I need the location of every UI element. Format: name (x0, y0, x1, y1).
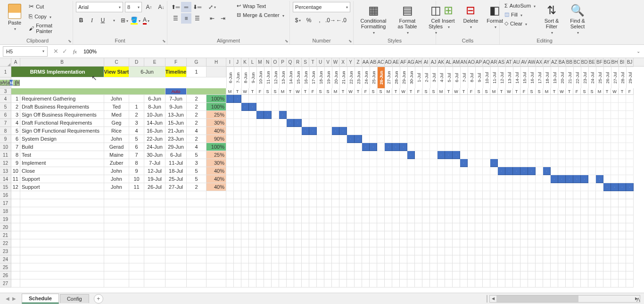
gantt-9-23[interactable] (400, 159, 407, 167)
col-head-L[interactable]: L (249, 58, 256, 66)
col-head-AD[interactable]: AD (385, 58, 392, 66)
row-head-23[interactable]: 23 (0, 247, 11, 255)
gantt-12-19[interactable] (370, 183, 377, 191)
gantt-1-39[interactable] (520, 95, 528, 103)
gantt-3-48[interactable] (588, 111, 596, 119)
gantt-6-22[interactable] (392, 135, 400, 143)
cell-22[interactable] (165, 239, 187, 247)
col-head-AU[interactable]: AU (513, 58, 520, 66)
gantt-3-20[interactable] (377, 111, 385, 119)
date-2-Jul[interactable]: 2-Jul (422, 67, 430, 88)
gantt-12-46[interactable] (573, 183, 581, 191)
gantt-11-10[interactable] (302, 175, 309, 183)
gantt-6-44[interactable] (558, 135, 566, 143)
gantt-12-50[interactable] (603, 183, 611, 191)
cell-16[interactable] (129, 191, 144, 199)
gantt-10-24[interactable] (407, 167, 415, 175)
gantt-7-4[interactable] (256, 143, 264, 151)
cell-18[interactable] (104, 207, 129, 215)
gantt-7-32[interactable] (468, 143, 475, 151)
cell-26[interactable] (144, 271, 165, 279)
gantt-7-8[interactable] (287, 143, 294, 151)
cell-17[interactable] (11, 199, 20, 207)
day-0[interactable]: M (226, 88, 234, 95)
task-num-8[interactable]: 8 (11, 151, 20, 159)
cell-24[interactable] (165, 255, 187, 263)
cell-25[interactable] (104, 263, 129, 271)
task-res-7[interactable]: Gerad (104, 143, 129, 151)
date-29-Jun[interactable]: 29-Jun (400, 67, 407, 88)
gantt-11-45[interactable] (566, 175, 573, 183)
cancel-formula-button[interactable]: ✕ (53, 48, 58, 55)
gantt-7-7[interactable] (279, 143, 287, 151)
gantt-11-12[interactable] (317, 175, 324, 183)
gantt-1-0[interactable] (226, 95, 234, 103)
gantt-9-33[interactable] (475, 159, 483, 167)
cell-18[interactable] (129, 207, 144, 215)
day-18[interactable]: F (362, 88, 370, 95)
gantt-7-10[interactable] (302, 143, 309, 151)
gantt-1-23[interactable] (400, 95, 407, 103)
gantt-5-27[interactable] (430, 127, 438, 135)
cell-22[interactable] (104, 239, 129, 247)
gantt-6-2[interactable] (241, 135, 249, 143)
gantt-11-0[interactable] (226, 175, 234, 183)
gantt-11-41[interactable] (536, 175, 543, 183)
gantt-7-20[interactable] (377, 143, 385, 151)
cell-20[interactable] (187, 223, 206, 231)
day-30[interactable]: W (453, 88, 460, 95)
gantt-6-19[interactable] (370, 135, 377, 143)
gantt-9-34[interactable] (483, 159, 490, 167)
gantt-12-33[interactable] (475, 183, 483, 191)
task-pre-8[interactable]: 7 (129, 151, 144, 159)
gantt-11-17[interactable] (355, 175, 362, 183)
gantt-6-0[interactable] (226, 135, 234, 143)
gantt-9-42[interactable] (543, 159, 551, 167)
row-head-12[interactable]: 12 (0, 159, 11, 167)
cell-23[interactable] (11, 247, 20, 255)
gantt-2-17[interactable] (355, 103, 362, 111)
gantt-7-26[interactable] (422, 143, 430, 151)
gantt-3-33[interactable] (475, 111, 483, 119)
gantt-12-10[interactable] (302, 183, 309, 191)
cell-26[interactable] (104, 271, 129, 279)
gantt-11-50[interactable] (603, 175, 611, 183)
cell-21[interactable] (144, 231, 165, 239)
gantt-12-6[interactable] (272, 183, 279, 191)
gantt-10-2[interactable] (241, 167, 249, 175)
gantt-2-6[interactable] (272, 103, 279, 111)
cell-24[interactable] (11, 255, 20, 263)
format-painter-button[interactable]: Format Painter (27, 22, 70, 35)
gantt-3-29[interactable] (445, 111, 453, 119)
gantt-8-2[interactable] (241, 151, 249, 159)
align-left-button[interactable]: ☰ (170, 13, 181, 24)
gantt-1-5[interactable] (264, 95, 272, 103)
gantt-6-39[interactable] (520, 135, 528, 143)
task-finish-4[interactable]: 15-Jun (165, 119, 187, 127)
gantt-9-43[interactable] (551, 159, 558, 167)
gantt-11-14[interactable] (332, 175, 339, 183)
gantt-4-42[interactable] (543, 119, 551, 127)
gantt-8-26[interactable] (422, 151, 430, 159)
cell-22[interactable] (206, 239, 226, 247)
gantt-5-38[interactable] (513, 127, 520, 135)
gantt-5-24[interactable] (407, 127, 415, 135)
day-22[interactable]: T (392, 88, 400, 95)
gantt-10-19[interactable] (370, 167, 377, 175)
gantt-10-8[interactable] (287, 167, 294, 175)
task-name-1[interactable]: Requirement Gathering (20, 95, 104, 103)
gantt-6-52[interactable] (619, 135, 626, 143)
gantt-9-52[interactable] (619, 159, 626, 167)
gantt-2-12[interactable] (317, 103, 324, 111)
gantt-3-13[interactable] (324, 111, 332, 119)
gantt-10-38[interactable] (513, 167, 520, 175)
increase-indent-button[interactable]: ⇥ (218, 13, 228, 24)
gantt-9-24[interactable] (407, 159, 415, 167)
gantt-12-5[interactable] (264, 183, 272, 191)
gantt-3-38[interactable] (513, 111, 520, 119)
gantt-1-1[interactable] (234, 95, 241, 103)
gantt-3-30[interactable] (453, 111, 460, 119)
row-head-10[interactable]: 10 (0, 143, 11, 151)
gantt-4-21[interactable] (385, 119, 392, 127)
task-start-4[interactable]: 14-Jun (144, 119, 165, 127)
